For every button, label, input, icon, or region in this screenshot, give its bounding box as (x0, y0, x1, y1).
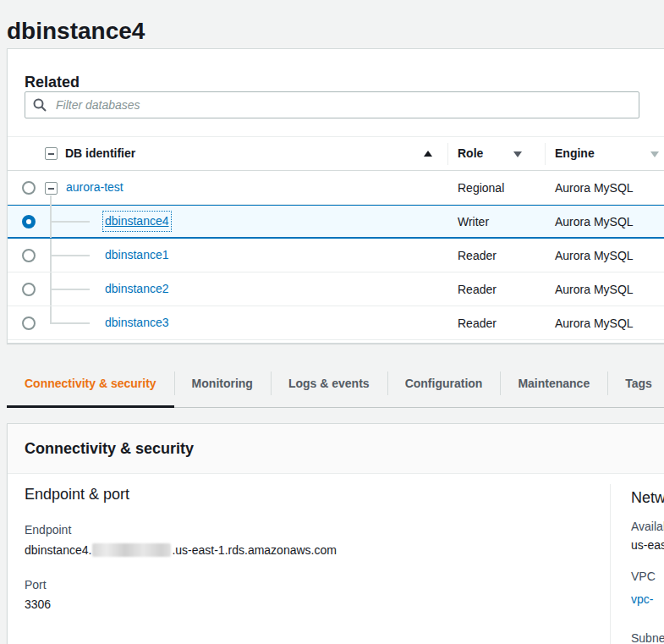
endpoint-port-section-title: Endpoint & port (25, 486, 129, 504)
tree-line (50, 221, 90, 223)
table-body: aurora-testRegionalAurora MySQLdbinstanc… (8, 171, 664, 340)
role-filter-icon[interactable] (513, 151, 522, 157)
details-panel-header: Connectivity & security (8, 424, 664, 474)
column-header-role[interactable]: Role (458, 137, 483, 170)
endpoint-value: dbinstance4. .us-east-1.rds.amazonaws.co… (25, 543, 337, 557)
page-title: dbinstance4 (7, 18, 145, 45)
tab-tags[interactable]: Tags (607, 360, 664, 407)
db-identifier-link[interactable]: aurora-test (66, 179, 123, 195)
column-divider (447, 143, 448, 165)
availability-zone-value: us-east-1a (631, 538, 664, 552)
collapse-all-icon[interactable] (45, 147, 58, 160)
detail-tabs: Connectivity & securityMonitoringLogs & … (7, 360, 664, 408)
role-cell: Reader (458, 272, 497, 306)
table-row[interactable]: aurora-testRegionalAurora MySQL (8, 171, 664, 205)
tab-configuration[interactable]: Configuration (387, 360, 501, 407)
related-panel-title: Related (25, 74, 80, 91)
search-icon (33, 98, 47, 112)
db-identifier-link[interactable]: dbinstance3 (105, 315, 169, 331)
tree-line (50, 322, 90, 324)
db-identifier-link[interactable]: dbinstance1 (105, 247, 169, 263)
endpoint-label: Endpoint (25, 523, 71, 537)
vpc-link[interactable]: vpc- (631, 592, 653, 606)
port-value: 3306 (25, 597, 51, 611)
tree-line (50, 255, 90, 256)
sort-ascending-icon[interactable] (424, 151, 432, 157)
endpoint-prefix: dbinstance4. (25, 543, 91, 557)
tree-line (50, 289, 90, 290)
engine-cell: Aurora MySQL (555, 205, 634, 239)
engine-filter-icon[interactable] (650, 151, 659, 157)
tree-line (50, 306, 52, 324)
row-radio-button[interactable] (22, 316, 36, 330)
redacted-endpoint-segment (92, 543, 171, 557)
tree-line (50, 195, 52, 205)
table-row[interactable]: dbinstance3ReaderAurora MySQL (8, 306, 664, 340)
db-identifier-link[interactable]: dbinstance4 (105, 213, 169, 229)
tab-connectivity-security[interactable]: Connectivity & security (7, 360, 174, 407)
table-row[interactable]: dbinstance1ReaderAurora MySQL (8, 239, 664, 272)
row-radio-button[interactable] (22, 215, 36, 228)
role-cell: Regional (458, 171, 504, 205)
db-identifier-link[interactable]: dbinstance2 (105, 281, 169, 297)
filter-databases-input[interactable] (25, 91, 639, 118)
tab-logs-events[interactable]: Logs & events (271, 360, 387, 407)
port-label: Port (25, 578, 47, 592)
row-radio-button[interactable] (22, 181, 36, 195)
networking-section-title: Networking (631, 489, 664, 507)
column-divider (610, 484, 611, 644)
filter-databases-field (25, 91, 639, 118)
role-cell: Reader (458, 239, 497, 272)
engine-cell: Aurora MySQL (555, 171, 634, 205)
role-cell: Writer (458, 205, 489, 239)
engine-cell: Aurora MySQL (555, 272, 634, 306)
endpoint-suffix: .us-east-1.rds.amazonaws.com (172, 543, 337, 557)
tab-maintenance[interactable]: Maintenance (500, 360, 607, 407)
vpc-label: VPC (631, 570, 656, 583)
engine-cell: Aurora MySQL (555, 306, 634, 340)
subnets-label: Subnets (631, 631, 664, 644)
table-row[interactable]: dbinstance4WriterAurora MySQL (8, 205, 664, 239)
collapse-row-icon[interactable] (45, 182, 58, 195)
column-divider (545, 143, 546, 165)
availability-zone-label: Availability Zone (631, 520, 664, 533)
table-row[interactable]: dbinstance2ReaderAurora MySQL (8, 272, 664, 306)
row-radio-button[interactable] (22, 283, 36, 296)
related-databases-panel: Related DB identifier Role Engine aurora… (7, 48, 664, 344)
column-header-db-identifier[interactable]: DB identifier (65, 137, 135, 170)
row-radio-button[interactable] (22, 249, 36, 262)
details-panel-content: Endpoint & port Endpoint dbinstance4. .u… (8, 474, 664, 644)
table-header-row: DB identifier Role Engine (8, 136, 664, 171)
role-cell: Reader (458, 306, 497, 340)
engine-cell: Aurora MySQL (555, 239, 634, 272)
connectivity-security-panel: Connectivity & security Endpoint & port … (7, 423, 664, 644)
details-panel-title: Connectivity & security (25, 440, 194, 458)
column-header-engine[interactable]: Engine (555, 137, 595, 170)
tab-monitoring[interactable]: Monitoring (174, 360, 271, 407)
